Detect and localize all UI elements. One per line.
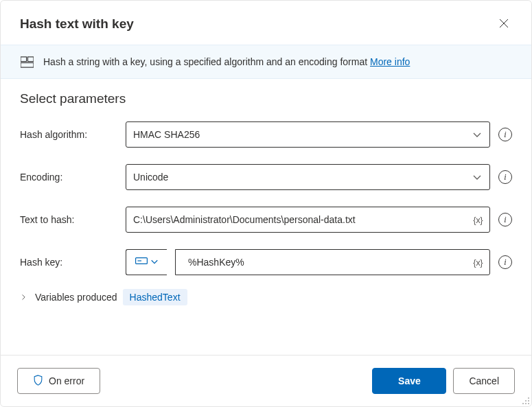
- select-hash-algorithm[interactable]: HMAC SHA256: [126, 121, 490, 148]
- row-encoding: Encoding: Unicode i: [20, 164, 512, 190]
- more-info-link[interactable]: More info: [370, 56, 410, 67]
- svg-point-11: [525, 403, 527, 404]
- svg-point-10: [522, 403, 524, 404]
- save-button[interactable]: Save: [372, 368, 446, 394]
- insert-variable-button[interactable]: {x}: [473, 215, 483, 225]
- svg-point-12: [528, 403, 529, 404]
- chevron-down-icon: [150, 256, 159, 268]
- svg-rect-2: [21, 56, 27, 61]
- info-icon[interactable]: i: [498, 213, 512, 226]
- app-grid-icon: [20, 55, 34, 69]
- insert-variable-button[interactable]: {x}: [473, 257, 483, 268]
- shield-icon: [33, 375, 43, 388]
- direct-input-icon: [135, 256, 148, 268]
- chevron-right-icon[interactable]: [20, 291, 30, 303]
- dialog-title: Hash text with key: [20, 16, 134, 32]
- input-type-picker[interactable]: [126, 249, 167, 275]
- row-hash-key: Hash key: {x} i: [20, 249, 512, 275]
- select-encoding[interactable]: Unicode: [126, 164, 490, 190]
- footer-actions: Save Cancel: [372, 368, 515, 394]
- variables-produced-row: Variables produced HashedText: [20, 289, 512, 305]
- on-error-button[interactable]: On error: [17, 368, 100, 394]
- dialog-footer: On error Save Cancel: [1, 355, 531, 406]
- select-value: Unicode: [133, 172, 168, 183]
- input-wrap-text-to-hash: {x}: [126, 207, 490, 233]
- info-icon[interactable]: i: [498, 170, 512, 184]
- hash-text-dialog: Hash text with key Hash a string with a …: [0, 0, 532, 407]
- info-icon[interactable]: i: [498, 128, 512, 141]
- svg-point-8: [525, 400, 527, 402]
- close-icon: [499, 19, 509, 30]
- label-hash-key: Hash key:: [20, 257, 126, 268]
- info-icon[interactable]: i: [498, 255, 512, 269]
- info-banner: Hash a string with a key, using a specif…: [1, 45, 531, 79]
- resize-handle[interactable]: [520, 395, 530, 405]
- info-banner-text: Hash a string with a key, using a specif…: [43, 56, 410, 67]
- label-encoding: Encoding:: [20, 172, 126, 183]
- svg-point-9: [528, 400, 529, 402]
- row-text-to-hash: Text to hash: {x} i: [20, 207, 512, 233]
- svg-point-7: [528, 397, 529, 399]
- on-error-label: On error: [49, 375, 84, 386]
- input-hash-key[interactable]: [183, 257, 473, 268]
- variable-badge-hashedtext[interactable]: HashedText: [123, 289, 187, 305]
- svg-rect-4: [21, 62, 34, 67]
- cancel-button[interactable]: Cancel: [453, 368, 515, 394]
- input-text-to-hash[interactable]: [133, 214, 473, 225]
- section-title: Select parameters: [20, 91, 512, 106]
- row-hash-algorithm: Hash algorithm: HMAC SHA256 i: [20, 121, 512, 148]
- chevron-down-icon: [470, 128, 484, 141]
- label-hash-algorithm: Hash algorithm:: [20, 129, 126, 140]
- select-value: HMAC SHA256: [133, 129, 200, 140]
- dialog-content: Select parameters Hash algorithm: HMAC S…: [1, 79, 531, 355]
- variables-produced-label[interactable]: Variables produced: [35, 292, 117, 303]
- svg-rect-3: [27, 56, 34, 61]
- chevron-down-icon: [470, 170, 484, 184]
- dialog-header: Hash text with key: [1, 1, 531, 45]
- input-wrap-hash-key: {x}: [175, 249, 490, 275]
- close-button[interactable]: [493, 13, 515, 35]
- label-text-to-hash: Text to hash:: [20, 214, 126, 225]
